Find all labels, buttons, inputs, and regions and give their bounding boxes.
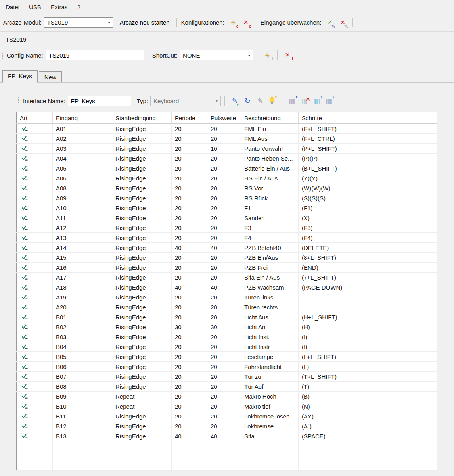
config-name-input[interactable] [46,50,144,60]
toolbar-grip[interactable] [2,51,3,60]
hint-bulb-icon[interactable]: ✦ [268,96,277,105]
table-row[interactable]: A03RisingEdge2010Panto Vorwahl(P+L_SHIFT… [17,144,437,154]
cell: 20 [207,263,241,273]
table-row[interactable]: A12RisingEdge2020F3(F3) [17,223,437,233]
menu-usb[interactable]: USB [24,1,46,13]
art-cell [17,322,53,332]
cell: 40 [172,431,207,441]
cell: (W)(W)(W) [299,183,427,193]
column-header-startbedingung[interactable]: Startbedingung [112,112,172,124]
cell: (7+L_SHIFT) [299,273,427,282]
table-row[interactable]: A19RisingEdge2020Türen links [17,292,437,302]
table-row[interactable]: B01RisingEdge2020Licht Aus(H+L_SHIFT) [17,312,437,322]
restart-arcaze-button[interactable]: Arcaze neu starten [117,17,173,27]
tab-fp-keys[interactable]: FP_Keys [2,70,38,83]
table-row[interactable]: A09RisingEdge2020RS Rück(S)(S)(S) [17,193,437,203]
cell: RisingEdge [112,243,172,253]
column-header-art[interactable]: Art [17,112,53,124]
input-event-icon [21,354,28,359]
table-row[interactable]: A10RisingEdge2020F1(F1) [17,203,437,213]
table-row[interactable]: B11RisingEdge2020Lokbremse lösen(ÄŸ) [17,411,437,421]
table-row[interactable]: B10Repeat2020Makro tief(N) [17,401,437,411]
table-row[interactable]: A17RisingEdge2020Sifa Ein / Aus(7+L_SHIF… [17,273,437,282]
cell: RisingEdge [112,134,172,144]
table-row[interactable]: B07RisingEdge2020Tür zu(T+L_SHIFT) [17,372,437,382]
tab-module-ts2019[interactable]: TS2019 [0,34,32,46]
cell: 10 [207,144,241,154]
input-event-icon [21,284,28,290]
table-row[interactable]: A15RisingEdge2020PZB Ein/Aus(8+L_SHIFT) [17,253,437,263]
shortcut-select[interactable]: NONE ▾ [180,50,253,60]
table-row[interactable]: A11RisingEdge2020Sanden(X) [17,213,437,223]
art-cell [17,302,53,312]
column-header-eingang[interactable]: Eingang [53,112,112,124]
cell: (P+L_SHIFT) [299,144,427,154]
table-row[interactable]: A01RisingEdge2020FML Ein(F+L_SHIFT) [17,124,437,134]
cell: (B) [299,392,427,401]
menu-datei[interactable]: Datei [1,1,24,13]
table-row[interactable]: B04RisingEdge2020Licht Instr(I) [17,342,437,352]
table-row[interactable]: A14RisingEdge4040PZB Befehl40(DELETE) [17,243,437,253]
table-row[interactable]: A06RisingEdge2020HS Ein / Aus(Y)(Y) [17,173,437,183]
refresh-icon[interactable]: ↻ [243,96,252,106]
type-label: Typ: [137,98,148,104]
menu-help[interactable]: ? [72,1,85,13]
type-select-value: Keyboard [153,98,179,104]
table-row[interactable]: B06RisingEdge2020Fahrstandlicht(L) [17,362,437,372]
monitor-off-icon[interactable]: ✕ ✎ [338,18,347,27]
cell-empty [427,332,437,342]
table-row[interactable]: A04RisingEdge2020Panto Heben Se...(P)(P) [17,154,437,163]
chevron-down-icon: ▾ [245,53,250,58]
input-event-icon [21,175,28,180]
insert-row-icon[interactable]: ▦ x [287,96,297,106]
move-row-up-icon[interactable]: ▦ ↑ [312,96,322,106]
cell: B12 [53,421,112,431]
cell: RisingEdge [112,193,172,203]
table-row[interactable]: B13RisingEdge4040Sifa(SPACE) [17,431,437,441]
cell: Tür Auf [241,382,299,392]
table-row[interactable]: A16RisingEdge2020PZB Frei(END) [17,263,437,273]
column-header-schritte[interactable]: Schritte [299,112,427,124]
inputs-table-container: Art Eingang Startbedingung Periode Pulsw… [16,112,454,471]
cell: RisingEdge [112,322,172,332]
monitor-on-icon[interactable]: ✓ ✎ [325,18,335,27]
add-interface-icon[interactable]: ✳ i [262,50,272,60]
table-row[interactable]: B12RisingEdge2020Lokbremse(Ä´) [17,421,437,431]
input-event-icon [21,195,28,200]
cell: (PAGE DOWN) [299,282,427,292]
tab-new[interactable]: New [39,71,62,82]
cell: A09 [53,193,112,203]
cell: (T) [299,382,427,392]
delete-config-icon[interactable]: ✕ c [241,18,251,27]
cell: 20 [207,332,241,342]
cell: 20 [207,233,241,243]
table-row[interactable]: A08RisingEdge2020RS Vor(W)(W)(W) [17,183,437,193]
interface-name-input[interactable] [68,96,131,106]
column-header-periode[interactable]: Periode [172,112,207,124]
table-row[interactable]: A02RisingEdge2020FML Aus(F+L_CTRL) [17,134,437,144]
table-row[interactable]: B08RisingEdge2020Tür Auf(T) [17,382,437,392]
column-header-pulsweite[interactable]: Pulsweite [207,112,241,124]
cell: 20 [172,263,207,273]
table-row[interactable]: A05RisingEdge2020Batterie Ein / Aus(B+L_… [17,163,437,173]
cell: 20 [207,154,241,163]
table-row[interactable]: A18RisingEdge4040PZB Wachsam(PAGE DOWN) [17,282,437,292]
column-header-beschreibung[interactable]: Beschreibung [241,112,299,124]
art-cell [17,282,53,292]
module-select[interactable]: TS2019 ▾ [44,17,113,28]
table-row[interactable]: B09Repeat2020Makro Hoch(B) [17,392,437,401]
cell: 20 [207,392,241,401]
add-config-icon[interactable]: ✳ c [228,18,238,27]
apply-edit-icon[interactable]: ✎ ✓ [230,96,239,106]
table-row[interactable]: A20RisingEdge2020Türen rechts [17,302,437,312]
move-row-down-icon[interactable]: ▦ ↓ [324,96,334,106]
table-row[interactable]: B05RisingEdge2020Leselampe(L+L_SHIFT) [17,352,437,362]
delete-interface-icon[interactable]: ✕ i [283,50,292,60]
table-row[interactable]: B03RisingEdge2020Licht Inst.(I) [17,332,437,342]
menu-extras[interactable]: Extras [46,1,73,13]
delete-row-icon[interactable]: ▦ ✕ [299,96,309,106]
toolbar-grip[interactable] [18,96,19,105]
table-row[interactable]: B02RisingEdge3030Licht An(H) [17,322,437,332]
table-row[interactable]: A13RisingEdge2020F4(F4) [17,233,437,243]
cell: 30 [207,322,241,332]
